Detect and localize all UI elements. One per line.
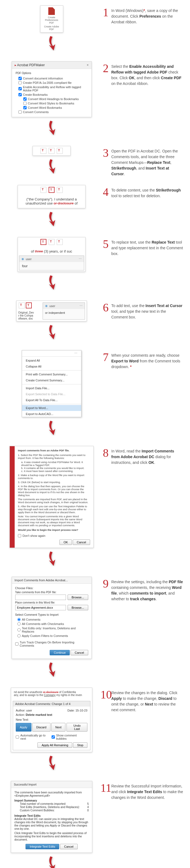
- more-icon[interactable]: ⋯: [80, 304, 83, 308]
- replace-text-icon[interactable]: [19, 303, 25, 308]
- menu-item[interactable]: Export Selected to Data File...: [22, 391, 81, 397]
- integrate-button[interactable]: Integrate Text Edits: [26, 844, 59, 849]
- step-number: 8: [100, 447, 108, 568]
- insert-text-example: Original_Devr the Compaoftware, doc ◉use…: [16, 301, 87, 321]
- step-number: 3: [100, 147, 108, 177]
- word-file-input[interactable]: [15, 605, 66, 610]
- step-text: When your comments are ready, choose Exp…: [111, 351, 183, 438]
- replace-text-example: of three (3) years, or if suc ◉user⋯ fou…: [18, 237, 86, 272]
- menu-item[interactable]: Import Data File...: [22, 385, 81, 391]
- stop-button[interactable]: Stop: [73, 742, 87, 748]
- dont-show-checkbox[interactable]: Don't show again: [18, 533, 90, 538]
- strikethrough-icon[interactable]: [49, 187, 55, 193]
- more-icon[interactable]: ⋯: [22, 350, 81, 355]
- insert-text-icon[interactable]: [57, 187, 63, 193]
- browse-button[interactable]: Browse...: [68, 605, 88, 610]
- undo-button[interactable]: Undo Last: [66, 723, 87, 732]
- replace-text-icon[interactable]: [40, 239, 46, 245]
- radio-custom[interactable]: Apply Custom Filters to Comments: [18, 633, 88, 638]
- word-ribbon-icon: Create Preferences PDF Create Adobe PDF: [40, 5, 63, 33]
- step-number: 9: [100, 578, 108, 680]
- pdfmaker-dialog: ▸ Acrobat PDFMaker× PDF Options Convert …: [12, 61, 92, 117]
- radio-textedits[interactable]: Text Edits only: Insertions, Deletions a…: [18, 626, 88, 633]
- ok-button[interactable]: OK: [59, 539, 72, 545]
- opt-word-bookmarks[interactable]: Convert Word Bookmarks: [23, 105, 88, 110]
- import-instructions-dialog: Import comments from an Adobe PDF file. …: [9, 446, 94, 548]
- browse-button[interactable]: Browse...: [68, 595, 88, 600]
- show-bubbles-checkbox[interactable]: Show comment bubbles: [52, 733, 87, 741]
- more-icon[interactable]: ⋯: [79, 257, 82, 261]
- step-text: In Word, read the Import Comments from A…: [111, 447, 183, 568]
- step-number: 6: [100, 302, 108, 342]
- cancel-button[interactable]: Cancel: [70, 650, 88, 655]
- next-button[interactable]: Next: [51, 723, 66, 732]
- opt-accessibility[interactable]: Enable Accessibility and Reflow with tag…: [19, 85, 88, 93]
- menu-item-export-word[interactable]: Export to Word...: [22, 405, 81, 411]
- comment-input[interactable]: four: [19, 262, 84, 270]
- apply-all-button[interactable]: Apply All Remaining: [37, 742, 72, 748]
- step-number: 7: [100, 351, 108, 438]
- step-text: Review the changes in the dialog. Click …: [111, 689, 183, 773]
- step-text: Open the PDF in Acrobat DC. Open the Com…: [111, 147, 183, 177]
- comment-input[interactable]: or independent: [43, 309, 85, 316]
- radio-checkmarks[interactable]: All Comments with Checkmarks: [18, 622, 88, 626]
- step-text: To replace text, use the Replace Text to…: [111, 239, 183, 292]
- cancel-button[interactable]: Cancel: [73, 539, 90, 545]
- successful-import-dialog: Successful Import The comments have been…: [11, 781, 92, 853]
- close-icon[interactable]: ×: [87, 63, 89, 67]
- radio-all[interactable]: All Comments: [18, 617, 88, 622]
- auto-next-checkbox[interactable]: Automatically go to next: [16, 733, 52, 741]
- user-icon: ◉: [45, 304, 48, 308]
- import-settings-dialog: Import Comments from Adobe Acrobat... Ch…: [12, 577, 92, 659]
- insert-text-icon[interactable]: [57, 239, 63, 245]
- step-text: Select the Enable Accessibility and Refl…: [111, 63, 183, 138]
- step-number: 11: [100, 782, 108, 868]
- cancel-button[interactable]: Cancel: [60, 844, 77, 849]
- apply-button[interactable]: Apply: [16, 723, 31, 732]
- menu-item[interactable]: Export to AutoCAD...: [22, 411, 81, 417]
- opt-pdfa[interactable]: Create PDF/A-1a:2005 compliant file: [19, 81, 88, 85]
- step-text: Review the settings, including the PDF f…: [111, 578, 183, 680]
- menu-item[interactable]: Collapse All: [22, 364, 81, 369]
- replace-text-icon[interactable]: [40, 148, 46, 154]
- opt-comments[interactable]: Convert Comments: [19, 110, 88, 114]
- discard-button[interactable]: Discard: [32, 723, 51, 732]
- export-dropdown: ⋯ Expand All Collapse All Print with Com…: [22, 350, 82, 417]
- step-number: 1: [100, 7, 108, 53]
- comment-toolbar: [33, 146, 70, 156]
- strikethrough-example: ("the Company"). I understand aunauthori…: [18, 185, 86, 208]
- menu-item[interactable]: Expand All: [22, 358, 81, 364]
- opt-docinfo[interactable]: Convert document information: [19, 76, 88, 81]
- track-changes-checkbox[interactable]: Turn Track Changes On Before Importing C…: [15, 640, 88, 648]
- opt-bookmarks[interactable]: Create Bookmarks: [19, 93, 88, 97]
- change-review-panel: nd avoid the unauthorie or disclosure of…: [11, 688, 92, 752]
- menu-item[interactable]: Print with Comment Summary...: [22, 371, 81, 377]
- step-text: To delete content, use the Strikethrough…: [111, 186, 183, 229]
- insert-text-icon[interactable]: [26, 303, 32, 308]
- strikethrough-icon[interactable]: [49, 239, 55, 245]
- opt-headings[interactable]: Convert Word Headings to Bookmarks: [23, 97, 88, 101]
- step-text: In Word (Windows)*, save a copy of the d…: [111, 7, 183, 53]
- user-icon: ◉: [22, 257, 24, 261]
- step-text: To add text, use the Insert Text at Curs…: [111, 302, 183, 342]
- pdf-file-input[interactable]: [15, 595, 66, 600]
- insert-text-icon[interactable]: [57, 148, 63, 154]
- step-number: 10: [100, 689, 108, 773]
- menu-item[interactable]: Export All To Data File...: [22, 397, 81, 403]
- step-text: Review the Successful Import information…: [111, 782, 183, 868]
- step-number: 4: [100, 186, 108, 229]
- continue-button[interactable]: Continue: [50, 650, 70, 655]
- strikethrough-icon[interactable]: [49, 148, 55, 154]
- step-number: 2: [100, 63, 108, 138]
- replace-text-icon[interactable]: [40, 187, 46, 193]
- opt-styles[interactable]: Convert Word Styles to Bookmarks: [23, 101, 88, 105]
- step-number: 5: [100, 239, 108, 292]
- dialog-title-icon: ▸: [15, 63, 16, 67]
- menu-item[interactable]: Create Comment Summary...: [22, 377, 81, 383]
